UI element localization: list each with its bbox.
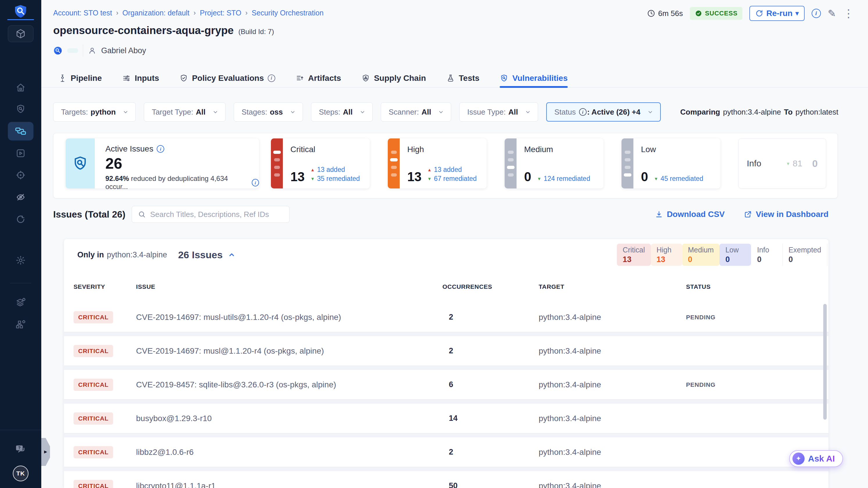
- remediated-count[interactable]: 67 remediated: [434, 175, 477, 183]
- remediated-count[interactable]: 45 remediated: [660, 175, 703, 183]
- sidebar-item-scan[interactable]: [16, 104, 26, 114]
- filter-stages[interactable]: Stages: oss: [234, 102, 303, 122]
- table-row[interactable]: CRITICAL CVE-2019-14697: musl@1.1.20-r4 …: [64, 336, 829, 366]
- issue-target: python:3.4-alpine: [539, 313, 686, 322]
- issue-target: python:3.4-alpine: [539, 380, 686, 389]
- filter-scanner[interactable]: Scanner: All: [381, 102, 451, 122]
- table-row[interactable]: CRITICAL libbz2@1.0.6-r6 2 python:3.4-al…: [64, 437, 829, 467]
- sidebar-item-tickets[interactable]: [16, 214, 26, 224]
- tab-inputs[interactable]: Inputs: [122, 69, 159, 88]
- filter-target-type[interactable]: Target Type: All: [144, 102, 225, 122]
- filter-status[interactable]: Status i : Active (26) +4: [546, 102, 661, 122]
- table-row[interactable]: CRITICAL libcrypto11@1.1.1a-r1 50 python…: [64, 471, 829, 488]
- remediated-count[interactable]: 35 remediated: [317, 175, 360, 183]
- triangle-down-icon: ▼: [654, 176, 658, 181]
- table-scrollbar-thumb[interactable]: [823, 304, 827, 420]
- chevron-down-icon: [647, 109, 654, 116]
- sidebar-item-module-selector[interactable]: [8, 25, 33, 42]
- sidebar-item-pipelines-active[interactable]: [8, 122, 33, 141]
- high-bar: [388, 139, 400, 188]
- tab-tests[interactable]: Tests: [446, 69, 479, 88]
- author-name: Gabriel Aboy: [101, 46, 146, 55]
- filter-issue-type[interactable]: Issue Type: All: [459, 102, 538, 122]
- added-count[interactable]: 13 added: [317, 166, 345, 174]
- filter-label: Scanner:: [389, 108, 419, 117]
- added-count[interactable]: 13 added: [434, 166, 462, 174]
- info-icon[interactable]: i: [157, 145, 164, 153]
- active-issues-iconbox: [66, 139, 95, 188]
- filter-value: All: [343, 108, 352, 117]
- refresh-icon: [755, 9, 763, 18]
- remediated-count[interactable]: 124 remediated: [544, 175, 590, 183]
- breadcrumb-project[interactable]: Project: STO: [200, 9, 241, 17]
- issues-table-body: CRITICAL CVE-2019-14697: musl-utils@1.1.…: [64, 302, 829, 488]
- shield-check-icon: [179, 74, 188, 83]
- chip-high[interactable]: High 13: [651, 244, 682, 266]
- chip-low[interactable]: Low 0: [719, 244, 751, 266]
- issue-title: busybox@1.29.3-r10: [136, 414, 442, 423]
- tab-policy-evaluations[interactable]: Policy Evaluations i: [179, 69, 275, 88]
- chevron-up-icon[interactable]: [227, 250, 236, 259]
- list-arrow-icon: [296, 74, 304, 83]
- triangle-down-icon: ▼: [310, 176, 315, 181]
- severity-badge: CRITICAL: [73, 379, 113, 391]
- execution-info-icon[interactable]: i: [812, 9, 821, 18]
- search-input[interactable]: [150, 210, 283, 219]
- chip-label: Low: [725, 246, 745, 254]
- chip-label: Medium: [688, 246, 714, 254]
- active-issues-title: Active Issues: [105, 144, 153, 154]
- chevron-down-icon: [437, 109, 444, 116]
- execution-controls: 6m 56s SUCCESS Re-run ▾ i ✎ ⋮: [647, 6, 854, 21]
- issue-occurrences: 6: [442, 380, 539, 389]
- sidebar-item-targets[interactable]: [16, 170, 26, 180]
- issues-search[interactable]: [132, 206, 289, 223]
- group-prefix: Only in: [77, 250, 104, 260]
- filter-targets[interactable]: Targets: python: [53, 102, 136, 122]
- sidebar-item-home[interactable]: [16, 82, 26, 93]
- chip-label: Critical: [623, 246, 645, 254]
- view-dashboard-button[interactable]: View in Dashboard: [744, 210, 829, 219]
- table-row[interactable]: CRITICAL CVE-2019-8457: sqlite-libs@3.26…: [64, 370, 829, 399]
- edit-pipeline-icon[interactable]: ✎: [828, 7, 836, 19]
- chip-info[interactable]: Info 0: [751, 244, 782, 266]
- table-row[interactable]: CRITICAL busybox@1.29.3-r10 14 python:3.…: [64, 404, 829, 433]
- rerun-button[interactable]: Re-run ▾: [749, 6, 804, 21]
- user-icon: [88, 46, 96, 55]
- duration-text: 6m 56s: [658, 9, 683, 18]
- chip-critical[interactable]: Critical 13: [617, 244, 651, 266]
- breadcrumb-module[interactable]: Security Orchestration: [252, 9, 323, 17]
- sidebar-item-baselines[interactable]: [16, 192, 26, 203]
- filter-steps[interactable]: Steps: All: [311, 102, 373, 122]
- tab-supply-chain[interactable]: Supply Chain: [361, 69, 426, 88]
- flask-icon: [446, 74, 455, 83]
- chip-exempted[interactable]: Exempted 0: [782, 244, 827, 266]
- info-icon[interactable]: i: [268, 74, 275, 82]
- download-csv-button[interactable]: Download CSV: [655, 210, 725, 219]
- triangle-up-icon: ▲: [427, 167, 432, 172]
- tab-artifacts[interactable]: Artifacts: [296, 69, 341, 88]
- sidebar-item-settings[interactable]: [16, 255, 26, 266]
- sidebar-item-help[interactable]: ?: [14, 443, 27, 455]
- medium-bar: [505, 139, 517, 188]
- tab-vulnerabilities[interactable]: Vulnerabilities: [500, 69, 567, 88]
- breadcrumb-account[interactable]: Account: STO test: [53, 9, 112, 17]
- build-id: (Build Id: 7): [238, 28, 274, 36]
- chevron-down-icon: [122, 109, 129, 116]
- chip-medium[interactable]: Medium 0: [682, 244, 720, 266]
- tag-pill: [67, 48, 78, 53]
- comparing-from: python:3.4-alpine: [723, 108, 781, 117]
- info-icon[interactable]: i: [252, 179, 259, 186]
- user-avatar[interactable]: TK: [13, 466, 29, 481]
- chip-value: 0: [688, 255, 714, 264]
- issue-occurrences: 2: [442, 346, 539, 356]
- tab-pipeline[interactable]: Pipeline: [58, 69, 102, 88]
- ask-ai-button[interactable]: ✦ Ask AI: [789, 450, 843, 467]
- breadcrumb-organization[interactable]: Organization: default: [122, 9, 189, 17]
- sidebar-item-executions[interactable]: [16, 148, 26, 158]
- col-issue: ISSUE: [136, 283, 442, 290]
- more-options-icon[interactable]: ⋮: [843, 8, 854, 19]
- table-row[interactable]: CRITICAL CVE-2019-14697: musl-utils@1.1.…: [64, 302, 829, 332]
- shield-search-icon: [16, 104, 26, 114]
- sidebar-item-default-settings[interactable]: [15, 297, 26, 308]
- sidebar-item-organizations[interactable]: [15, 319, 26, 330]
